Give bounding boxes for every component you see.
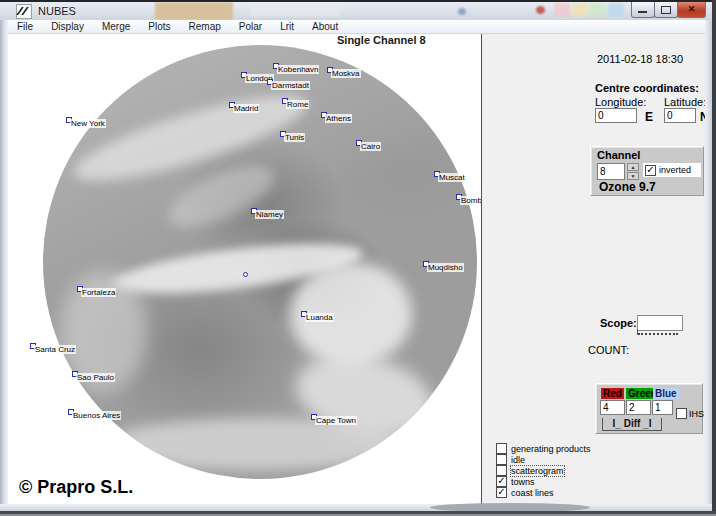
background-artifact xyxy=(458,8,466,15)
city-name: Kobenhavn xyxy=(277,65,319,74)
nubes-application-window: NUBES ✕ FileDisplayMergePlotsRemapPolarL… xyxy=(0,0,716,516)
menu-item-remap[interactable]: Remap xyxy=(180,21,230,33)
background-artifact xyxy=(250,6,340,16)
menu-item-polar[interactable]: Polar xyxy=(230,21,271,33)
background-artifact xyxy=(590,3,606,17)
option-row-generating-products: generating products xyxy=(496,443,591,454)
channel-spin-down[interactable]: ▼ xyxy=(627,172,639,180)
window-right-border xyxy=(705,20,712,505)
background-artifact xyxy=(608,3,624,17)
window-bottom-border xyxy=(0,504,712,511)
minimize-icon xyxy=(638,11,647,13)
close-icon: ✕ xyxy=(688,4,696,14)
scope-label: Scope: xyxy=(600,317,637,329)
option-label: idle xyxy=(511,455,525,465)
city-name: Muqdisho xyxy=(427,263,464,272)
background-artifact xyxy=(572,3,588,17)
ihs-checkbox[interactable] xyxy=(676,408,687,419)
window-left-border xyxy=(0,20,8,505)
red-input[interactable] xyxy=(600,400,625,415)
inverted-label: inverted xyxy=(659,165,691,175)
count-label: COUNT: xyxy=(588,344,629,356)
close-button[interactable]: ✕ xyxy=(677,2,706,18)
client-area: Single Channel 8 KobenhavnMoskvaLondonDa… xyxy=(8,34,705,504)
city-name: Tunis xyxy=(284,133,305,142)
channel-group: Channel ▲ ▼ ✓ inverted Ozone 9.7 xyxy=(590,146,704,196)
channel-heading: Channel xyxy=(597,149,640,161)
menu-bar: FileDisplayMergePlotsRemapPolarLritAbout xyxy=(8,20,705,34)
city-name: Cairo xyxy=(360,142,381,151)
longitude-unit: E xyxy=(645,110,653,124)
city-name: Santa Cruz xyxy=(34,345,76,354)
option-row-idle: idle xyxy=(496,454,525,465)
idle-checkbox[interactable] xyxy=(496,454,507,465)
ozone-text: Ozone 9.7 xyxy=(599,180,656,194)
option-row-scatterogram: scatterogram xyxy=(496,465,564,476)
maximize-button[interactable] xyxy=(654,2,678,18)
inverted-checkbox[interactable]: ✓ xyxy=(645,165,656,176)
ihs-label: IHS xyxy=(689,409,704,419)
app-icon xyxy=(16,4,32,19)
generating-products-checkbox[interactable] xyxy=(496,443,507,454)
longitude-label: Longitude: xyxy=(595,96,646,108)
window-right-edge xyxy=(712,0,716,516)
option-label: towns xyxy=(511,477,535,487)
latitude-input[interactable] xyxy=(664,108,696,123)
menu-item-merge[interactable]: Merge xyxy=(93,21,139,33)
menu-item-display[interactable]: Display xyxy=(42,21,93,33)
satellite-image-area[interactable]: Single Channel 8 KobenhavnMoskvaLondonDa… xyxy=(8,34,481,504)
copyright-text: © Prapro S.L. xyxy=(19,477,133,498)
city-name: Sao Paulo xyxy=(76,373,115,382)
image-title: Single Channel 8 xyxy=(337,34,426,46)
inverted-field: ✓ inverted xyxy=(643,163,701,177)
city-name: Buenos Aires xyxy=(72,411,121,420)
scope-ticks xyxy=(638,328,678,335)
background-artifact xyxy=(554,3,570,17)
option-label: scatterogram xyxy=(511,466,564,476)
channel-input[interactable] xyxy=(597,163,625,180)
coast-lines-checkbox[interactable]: ✓ xyxy=(496,487,507,498)
datetime-text: 2011-02-18 18:30 xyxy=(597,53,683,65)
city-name: Bomba xyxy=(460,196,481,205)
window-title: NUBES xyxy=(38,5,76,17)
background-artifact xyxy=(536,6,545,14)
option-row-coast-lines: ✓coast lines xyxy=(496,487,554,498)
blue-swatch-label: Blue xyxy=(653,388,679,399)
latitude-label: Latitude: xyxy=(664,96,706,108)
city-name: Cape Town xyxy=(315,416,357,425)
option-label: coast lines xyxy=(511,488,554,498)
centre-coordinates-heading: Centre coordinates: xyxy=(595,82,699,94)
option-label: generating products xyxy=(511,444,591,454)
window-controls: ✕ xyxy=(632,2,706,18)
menu-item-file[interactable]: File xyxy=(8,21,42,33)
city-name: Athens xyxy=(325,114,352,123)
red-swatch-label: Red xyxy=(601,388,624,399)
minimize-button[interactable] xyxy=(631,2,655,18)
city-name: Moskva xyxy=(331,69,361,78)
diff-button[interactable]: I_ Diff _I xyxy=(602,418,662,431)
city-name: New York xyxy=(70,119,106,128)
city-name: Muscat xyxy=(438,173,466,182)
city-name: Luanda xyxy=(305,313,334,322)
menu-item-lrit[interactable]: Lrit xyxy=(271,21,303,33)
rgb-group: Red Green Blue IHS I_ Diff _I xyxy=(595,383,703,434)
window-titlebar[interactable]: NUBES ✕ xyxy=(0,2,716,20)
city-name: Rome xyxy=(286,100,309,109)
city-name: Darmstadt xyxy=(271,81,310,90)
green-input[interactable] xyxy=(626,400,651,415)
channel-spin-up[interactable]: ▲ xyxy=(627,163,639,171)
longitude-input[interactable] xyxy=(595,108,637,123)
city-name: Madrid xyxy=(233,104,259,113)
background-artifact xyxy=(155,2,233,20)
city-name: Fortaleza xyxy=(81,288,116,297)
maximize-icon xyxy=(661,6,671,14)
menu-item-about[interactable]: About xyxy=(303,21,347,33)
centre-point-marker xyxy=(243,272,248,277)
blue-input[interactable] xyxy=(652,400,673,415)
control-panel: 2011-02-18 18:30 Centre coordinates: Lon… xyxy=(482,34,705,504)
menu-item-plots[interactable]: Plots xyxy=(139,21,179,33)
city-name: Niamey xyxy=(255,210,284,219)
